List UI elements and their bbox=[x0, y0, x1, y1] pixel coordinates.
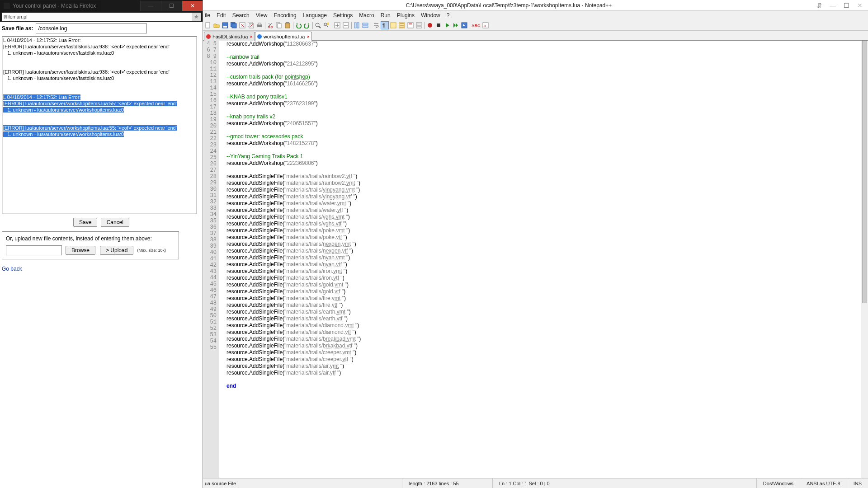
toolbar-separator bbox=[331, 21, 333, 29]
toolbar-separator bbox=[469, 21, 471, 29]
save-button[interactable]: Save bbox=[73, 218, 97, 227]
status-eol: Dos\Windows bbox=[756, 479, 800, 488]
print-icon[interactable] bbox=[255, 21, 264, 29]
svg-rect-22 bbox=[357, 23, 359, 28]
menu-window[interactable]: Window bbox=[421, 12, 440, 19]
notepadpp-editor[interactable]: 4 5 6 7 8 9 10 11 12 13 14 15 16 17 18 1… bbox=[203, 41, 868, 478]
toolbar-separator bbox=[292, 21, 294, 29]
svg-rect-28 bbox=[408, 23, 413, 28]
save-all-icon[interactable] bbox=[230, 21, 238, 29]
firefox-window: Your control panel - Mozilla Firefox — ☐… bbox=[0, 0, 203, 488]
log-textarea[interactable]: L 04/10/2014 - 12:17:52: Lua Error: [ERR… bbox=[2, 36, 197, 214]
npp-window-buttons: ⇵ — ☐ ✕ bbox=[813, 1, 866, 10]
tab-close-icon[interactable]: × bbox=[307, 34, 309, 39]
sync-h-icon[interactable] bbox=[361, 21, 369, 29]
log-selection: 1. unknown - lua/autorun/server/workshop… bbox=[3, 107, 124, 113]
svg-rect-2 bbox=[223, 26, 227, 28]
show-all-chars-icon[interactable]: ¶ bbox=[381, 21, 389, 29]
svg-text:a: a bbox=[484, 23, 486, 28]
menu-file[interactable]: ile bbox=[205, 12, 210, 19]
paste-icon[interactable] bbox=[283, 21, 292, 29]
menu-plugins[interactable]: Plugins bbox=[397, 12, 415, 19]
zoom-in-icon[interactable] bbox=[333, 21, 341, 29]
menu-run[interactable]: Run bbox=[381, 12, 391, 19]
upload-box: Or, upload new file contents, instead of… bbox=[2, 231, 179, 259]
save-macro-icon[interactable] bbox=[460, 21, 468, 29]
indent-guide-icon[interactable] bbox=[389, 21, 397, 29]
toolbar-separator bbox=[370, 21, 372, 29]
svg-rect-4 bbox=[232, 23, 236, 28]
tab-favicon-icon bbox=[4, 3, 10, 9]
svg-rect-14 bbox=[285, 23, 290, 28]
npp-maximize-button[interactable]: ☐ bbox=[840, 1, 853, 10]
record-macro-icon[interactable] bbox=[426, 21, 434, 29]
code-area[interactable]: resource.AddWorkshop("112806637") --rain… bbox=[219, 41, 861, 478]
wordwrap-icon[interactable] bbox=[372, 21, 380, 29]
tab-close-icon[interactable]: × bbox=[250, 34, 252, 39]
save-file-label: Save file as: bbox=[2, 25, 33, 32]
menu-encoding[interactable]: Encoding bbox=[274, 12, 297, 19]
user-lang-icon[interactable] bbox=[398, 21, 406, 29]
play-multi-icon[interactable] bbox=[452, 21, 460, 29]
menu-language[interactable]: Language bbox=[303, 12, 327, 19]
npp-minimize-button[interactable]: — bbox=[826, 1, 839, 10]
spellcheck-icon[interactable]: ABC bbox=[471, 21, 481, 29]
browse-button[interactable]: Browse bbox=[66, 246, 95, 255]
menu-edit[interactable]: Edit bbox=[217, 12, 226, 19]
cancel-button[interactable]: Cancel bbox=[101, 218, 129, 227]
upload-button[interactable]: > Upload bbox=[100, 246, 133, 255]
maximize-button[interactable]: ☐ bbox=[161, 1, 182, 11]
zoom-out-icon[interactable] bbox=[342, 21, 350, 29]
svg-point-17 bbox=[324, 23, 327, 26]
spellcheck-opts-icon[interactable]: a bbox=[481, 21, 490, 29]
sync-v-icon[interactable] bbox=[353, 21, 361, 29]
menu-settings[interactable]: Settings bbox=[333, 12, 353, 19]
tab-label: workshopItems.lua bbox=[264, 34, 305, 39]
go-back-link[interactable]: Go back bbox=[2, 266, 22, 272]
notepadpp-menubar[interactable]: ile Edit Search View Encoding Language S… bbox=[203, 11, 868, 20]
firefox-tab[interactable]: Your control panel - Mozilla Firefox bbox=[0, 0, 101, 11]
find-icon[interactable] bbox=[314, 21, 322, 29]
menu-macro[interactable]: Macro bbox=[359, 12, 374, 19]
redo-icon[interactable] bbox=[303, 21, 311, 29]
undo-icon[interactable] bbox=[294, 21, 302, 29]
toolbar-separator bbox=[311, 21, 313, 29]
scrollbar-thumb[interactable] bbox=[862, 41, 867, 303]
func-list-icon[interactable] bbox=[415, 21, 423, 29]
save-file-input[interactable] bbox=[36, 23, 147, 33]
upload-hint: (Max. size: 10k) bbox=[137, 248, 166, 253]
svg-rect-18 bbox=[327, 23, 329, 25]
editor-tab-workshopitems[interactable]: workshopItems.lua × bbox=[255, 32, 312, 41]
line-number-gutter: 4 5 6 7 8 9 10 11 12 13 14 15 16 17 18 1… bbox=[203, 41, 219, 478]
stop-macro-icon[interactable] bbox=[434, 21, 443, 29]
doc-map-icon[interactable] bbox=[406, 21, 415, 29]
menu-search[interactable]: Search bbox=[232, 12, 250, 19]
close-all-icon[interactable] bbox=[247, 21, 255, 29]
status-position: Ln : 1 Col : 1 Sel : 0 | 0 bbox=[492, 479, 610, 488]
firefox-address-bar: ★ bbox=[0, 12, 203, 22]
save-icon[interactable] bbox=[221, 21, 229, 29]
cut-icon[interactable] bbox=[266, 21, 274, 29]
menu-view[interactable]: View bbox=[256, 12, 268, 19]
vertical-scrollbar[interactable] bbox=[861, 41, 868, 478]
svg-rect-13 bbox=[278, 23, 281, 28]
svg-text:ABC: ABC bbox=[472, 23, 481, 28]
notepadpp-tabbar: FastDLskins.lua × workshopItems.lua × bbox=[203, 31, 868, 41]
copy-icon[interactable] bbox=[275, 21, 283, 29]
svg-rect-21 bbox=[354, 23, 356, 28]
minimize-button[interactable]: — bbox=[140, 1, 161, 11]
address-input[interactable] bbox=[2, 13, 192, 21]
editor-tab-fastdlskins[interactable]: FastDLskins.lua × bbox=[204, 32, 255, 41]
close-file-icon[interactable] bbox=[238, 21, 246, 29]
log-selection: 1. unknown - lua/autorun/server/workshop… bbox=[3, 131, 124, 137]
open-file-icon[interactable] bbox=[212, 21, 221, 29]
replace-icon[interactable] bbox=[322, 21, 330, 29]
npp-restore-down-icon[interactable]: ⇵ bbox=[813, 1, 826, 10]
upload-file-input[interactable] bbox=[6, 245, 62, 255]
npp-close-button[interactable]: ✕ bbox=[854, 1, 866, 10]
new-file-icon[interactable] bbox=[204, 21, 212, 29]
menu-help[interactable]: ? bbox=[447, 12, 450, 19]
close-button[interactable]: ✕ bbox=[182, 1, 203, 11]
play-macro-icon[interactable] bbox=[443, 21, 451, 29]
bookmark-star-icon[interactable]: ★ bbox=[192, 13, 201, 21]
